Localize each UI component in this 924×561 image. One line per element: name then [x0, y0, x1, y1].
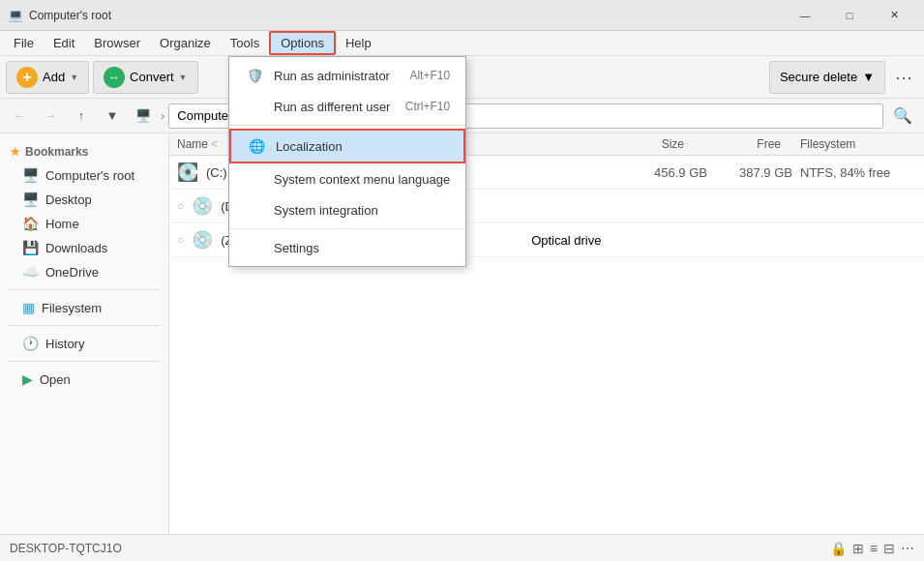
maximize-button[interactable]: □ — [827, 0, 872, 31]
add-arrow-icon: ▼ — [70, 73, 78, 82]
desktop-icon: 🖥️ — [22, 192, 39, 207]
sidebar-divider-3 — [8, 361, 161, 362]
secure-delete-button[interactable]: Secure delete ▼ — [769, 61, 885, 94]
downloads-icon: 💾 — [22, 240, 39, 255]
sidebar-item-downloads[interactable]: 💾 Downloads — [3, 236, 165, 259]
home-icon: 🏠 — [22, 216, 39, 231]
home-label: Home — [45, 217, 79, 231]
dropdown-system-integration[interactable]: System integration — [229, 194, 465, 225]
onedrive-label: OneDrive — [45, 265, 99, 280]
dropdown-button[interactable]: ▼ — [99, 103, 126, 130]
up-button[interactable]: ↑ — [68, 103, 95, 130]
app-icon: 💻 — [8, 8, 23, 23]
search-button[interactable]: 🔍 — [887, 103, 918, 130]
add-button[interactable]: + Add ▼ — [6, 61, 89, 94]
sidebar-divider-2 — [8, 325, 161, 326]
drive-d-icon: 💿 — [192, 195, 213, 217]
title-bar-controls: — □ ✕ — [783, 0, 916, 31]
sidebar-item-desktop[interactable]: 🖥️ Desktop — [3, 188, 165, 211]
forward-button[interactable]: → — [37, 103, 64, 130]
secure-delete-arrow-icon: ▼ — [862, 70, 875, 84]
drive-c-filesystem: NTFS, 84% free — [800, 165, 916, 180]
dropdown-settings[interactable]: Settings — [229, 232, 465, 263]
drive-c-free: 387.9 GB — [715, 165, 792, 180]
bookmarks-icon: ★ — [10, 145, 20, 159]
menu-options[interactable]: Options — [269, 31, 336, 55]
sidebar: ★ Bookmarks 🖥️ Computer's root 🖥️ Deskto… — [0, 133, 169, 534]
filesystem-label: Filesystem — [42, 301, 102, 315]
drive-c-size: 456.9 GB — [630, 165, 707, 180]
drive-c-icon: 💽 — [177, 162, 198, 183]
menu-tools[interactable]: Tools — [221, 33, 269, 53]
dropdown-localization[interactable]: 🌐 Localization — [229, 129, 465, 163]
menu-organize[interactable]: Organize — [150, 33, 221, 53]
sidebar-item-computers-root[interactable]: 🖥️ Computer's root — [3, 163, 165, 187]
col-free-header[interactable]: Free — [703, 137, 781, 151]
run-admin-shortcut: Alt+F10 — [409, 69, 450, 82]
menu-help[interactable]: Help — [336, 33, 381, 53]
run-different-label: Run as different user — [274, 100, 390, 114]
back-button[interactable]: ← — [6, 103, 33, 130]
menu-edit[interactable]: Edit — [44, 33, 84, 53]
status-right-icons: 🔒 ⊞ ≡ ⊟ ⋯ — [830, 541, 914, 556]
run-admin-icon: 🛡️ — [245, 66, 264, 85]
convert-button[interactable]: ↔ Convert ▼ — [93, 61, 197, 94]
system-context-icon — [245, 169, 264, 189]
menu-browser[interactable]: Browser — [84, 33, 150, 53]
close-button[interactable]: ✕ — [872, 0, 916, 31]
title-bar-text: Computer's root — [29, 9, 783, 22]
toolbar-more-button[interactable]: ⋯ — [889, 61, 918, 94]
dropdown-system-context[interactable]: System context menu language — [229, 163, 465, 194]
open-icon: ▶ — [22, 371, 33, 387]
sidebar-item-history[interactable]: 🕐 History — [3, 332, 165, 355]
sidebar-item-filesystem[interactable]: ▦ Filesystem — [3, 296, 165, 319]
system-context-label: System context menu language — [274, 172, 450, 187]
status-more-icon[interactable]: ⋯ — [901, 541, 914, 556]
computers-root-icon: 🖥️ — [22, 167, 39, 183]
bookmarks-label: Bookmarks — [25, 145, 88, 159]
drive-z-icon: 💿 — [192, 229, 213, 251]
dropdown-run-admin[interactable]: 🛡️ Run as administrator Alt+F10 — [229, 60, 465, 91]
system-integration-label: System integration — [274, 203, 378, 218]
run-admin-label: Run as administrator — [274, 69, 390, 83]
status-grid-icon[interactable]: ⊞ — [852, 541, 864, 556]
path-separator: › — [161, 108, 164, 123]
sidebar-item-home[interactable]: 🏠 Home — [3, 212, 165, 235]
menu-file[interactable]: File — [4, 33, 44, 53]
computers-root-label: Computer's root — [45, 168, 134, 183]
drive-z-type: Optical drive — [531, 233, 622, 248]
title-bar: 💻 Computer's root — □ ✕ — [0, 0, 924, 31]
sidebar-divider-1 — [8, 289, 161, 290]
desktop-label: Desktop — [45, 192, 92, 207]
secure-delete-label: Secure delete — [780, 70, 857, 84]
history-label: History — [45, 337, 84, 351]
minimize-button[interactable]: — — [783, 0, 827, 31]
dropdown-run-different[interactable]: Run as different user Ctrl+F10 — [229, 91, 465, 122]
status-bar: DESKTOP-TQTCJ1O 🔒 ⊞ ≡ ⊟ ⋯ — [0, 534, 924, 561]
history-icon: 🕐 — [22, 336, 39, 351]
run-different-icon — [245, 97, 264, 116]
status-thumb-icon[interactable]: ⊟ — [883, 541, 895, 556]
status-lock-icon[interactable]: 🔒 — [830, 541, 847, 556]
convert-label: Convert — [130, 70, 174, 84]
bookmarks-section[interactable]: ★ Bookmarks — [0, 141, 168, 162]
status-text: DESKTOP-TQTCJ1O — [10, 542, 830, 555]
sidebar-item-open[interactable]: ▶ Open — [3, 368, 165, 391]
options-dropdown-menu: 🛡️ Run as administrator Alt+F10 Run as d… — [228, 56, 466, 267]
sidebar-item-onedrive[interactable]: ☁️ OneDrive — [3, 260, 165, 283]
menu-bar: File Edit Browser Organize Tools Options… — [0, 31, 924, 56]
status-list-icon[interactable]: ≡ — [870, 541, 878, 556]
convert-icon: ↔ — [104, 67, 125, 88]
col-filesystem-header[interactable]: Filesystem — [800, 137, 916, 151]
drive-z-status-icon: ○ — [177, 233, 184, 247]
dropdown-separator-2 — [229, 228, 465, 229]
add-label: Add — [43, 70, 65, 84]
system-integration-icon — [245, 200, 264, 220]
filesystem-icon: ▦ — [22, 300, 35, 315]
onedrive-icon: ☁️ — [22, 264, 39, 280]
localization-label: Localization — [276, 139, 343, 154]
col-size-header[interactable]: Size — [607, 137, 684, 151]
computer-icon-button[interactable]: 🖥️ — [130, 103, 157, 130]
localization-icon: 🌐 — [247, 136, 266, 156]
run-different-shortcut: Ctrl+F10 — [405, 100, 450, 113]
